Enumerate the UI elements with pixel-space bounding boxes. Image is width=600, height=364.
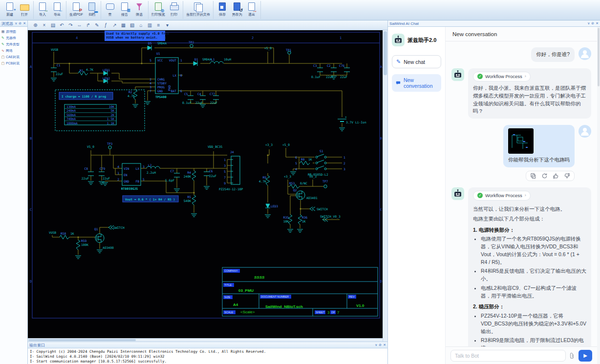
pin-icon[interactable]: ⊘ (591, 21, 594, 26)
edit-icon[interactable]: ✎ (93, 21, 101, 29)
tree-item-元器件[interactable]: ✎元器件 (0, 35, 27, 41)
collapse-icon[interactable]: ∨ (375, 343, 377, 347)
schematic-label: +5_0 (282, 143, 290, 147)
save-icon[interactable]: ▤ (49, 21, 57, 29)
chat-input[interactable] (450, 350, 566, 362)
user-avatar (579, 125, 591, 138)
schematic-label: PROG (157, 85, 165, 89)
window-icon[interactable]: ▧ (129, 21, 136, 29)
thumbs-up-icon[interactable] (553, 173, 559, 179)
toolbar-button-folder[interactable]: 打开 (17, 1, 32, 19)
more-icon[interactable]: ▾ (164, 21, 171, 29)
schematic-label: VOUT (169, 59, 176, 62)
toolbar-button-label: 当前打开的文件 (186, 12, 210, 17)
toolbar-button-import[interactable]: 导入 (35, 1, 50, 19)
schematic-label: R53 (289, 182, 295, 185)
toolbar-button-preview[interactable]: 打印预览 (150, 1, 167, 19)
schematic-label: 1 (340, 36, 342, 40)
copy-icon[interactable] (530, 173, 536, 179)
conversation-list-item[interactable]: New conversation (392, 74, 441, 92)
toolbar-button-files[interactable]: 当前打开的文件 (185, 1, 212, 19)
toolbar-button-pdf[interactable]: 生成PDF (68, 1, 85, 19)
schematic-label: 4 (150, 81, 151, 85)
pin-icon[interactable]: ⊘ (379, 343, 382, 347)
toolbar-groups: 新建打开导入导出生成PDF归档查报告筛选打印预览打印当前打开的文件保存另存为退出 (0, 0, 262, 20)
close-icon[interactable]: ✕ (596, 21, 599, 26)
thumbs-down-icon[interactable] (564, 173, 570, 179)
undo-icon[interactable]: ↶ (58, 21, 65, 29)
schematic-label: 1 (117, 171, 119, 175)
close-icon[interactable]: ✕ (383, 343, 386, 347)
schematic-label: 22uF (56, 72, 63, 76)
schematic-label: C7 (170, 169, 174, 173)
schematic-label: LED2 (103, 77, 110, 80)
grid-icon[interactable]: ▥ (146, 21, 153, 29)
schematic-label: 2 (252, 36, 254, 40)
zoom-icon[interactable]: ⊕ (32, 21, 39, 29)
fit-view-icon[interactable]: ⇔ (76, 21, 83, 29)
schematic-label: L1 (211, 58, 215, 61)
schematic-label: 22uF (326, 75, 333, 79)
printer-icon (169, 2, 179, 12)
probe-icon[interactable]: ↗ (111, 21, 118, 29)
toolbar-button-archive[interactable]: 归档 (85, 1, 99, 19)
route-icon[interactable]: ↱ (85, 21, 92, 29)
schematic-canvas[interactable]: Used to directly supply +5.0 fromVUSB wh… (28, 30, 383, 338)
schematic-label: R4 (187, 171, 191, 174)
schematic-label: GND (124, 180, 129, 183)
export-icon (52, 2, 63, 12)
schematic-hscrollbar[interactable] (28, 338, 383, 342)
chat-scrollbar[interactable] (597, 27, 600, 364)
list-icon[interactable]: ≡ (155, 21, 162, 29)
schematic-thumbnail[interactable] (508, 128, 534, 154)
workflow-process-toggle[interactable]: ✓ Workflow Process › (473, 191, 531, 201)
toolbar-button-funnel[interactable]: 筛选 (132, 1, 147, 19)
tree-item-元件类型[interactable]: ✎元件类型 (0, 41, 27, 47)
schematic-label: C (380, 208, 382, 212)
toolbar-button-report[interactable]: 报告 (117, 1, 132, 19)
console-log: I- Copyright (c) 2004-2024 Chengdu Paizi… (28, 348, 387, 364)
toolbar-button-label: 筛选 (136, 12, 143, 17)
project-browser-header: 浏览器 ∨ ⊘ ✕ (0, 20, 27, 27)
schematic-vscrollbar[interactable] (383, 30, 387, 342)
new-chat-button[interactable]: ✎ New chat (392, 55, 441, 68)
user-message-with-image: 你能帮我分析下这个电路吗 (451, 125, 591, 167)
toolbar-button-export[interactable]: 导出 (50, 1, 64, 19)
analysis-bullet-list: PZ254V-12-10P是一个稳压器，它将VDD_BCS3的电压转换为稳定的+… (481, 312, 586, 346)
schematic-label: BAT (171, 89, 177, 93)
schematic-label: TPS400 (155, 95, 167, 99)
close-icon[interactable]: × (41, 21, 48, 29)
charge-current-table: 130mA10K240mA5K560mA2K740mA1.5K1000mA1.1… (66, 105, 114, 125)
conversation-title: New conversation (446, 27, 597, 41)
sheet-icon[interactable]: ▦ (120, 21, 127, 29)
collapse-icon[interactable]: ∨ (587, 21, 590, 26)
attach-icon[interactable] (569, 352, 576, 359)
analysis-bullet: R4和R5是反馈电阻，它们决定了输出电压的大小。 (481, 267, 586, 283)
workflow-process-toggle[interactable]: ✓ Workflow Process › (473, 72, 531, 81)
schematic-drawing: Used to directly supply +5.0 fromVUSB wh… (28, 30, 383, 338)
check-icon: ✓ (477, 74, 483, 79)
assistant-avatar (451, 187, 464, 200)
home-icon[interactable]: ⌂ (137, 21, 145, 29)
schematic-label: C77 (210, 92, 215, 96)
tree-item-CAE封装[interactable]: ▢CAE封装 (0, 54, 27, 60)
tree-item-网络[interactable]: ∿网络 (0, 47, 27, 54)
toolbar-button-bubble[interactable]: 查 (103, 1, 117, 19)
function-icon[interactable]: ƒ (102, 21, 109, 29)
schematic-window: ⊕×▤↶↷⇔↱✎ƒ↗▦▧⌂▥≡▾ (28, 20, 387, 342)
regenerate-icon[interactable] (541, 173, 548, 179)
toolbar-button-printer[interactable]: 打印 (167, 1, 181, 19)
send-button[interactable]: ▶ (579, 350, 592, 362)
toolbar-button-doc[interactable]: 新建 (2, 1, 17, 19)
toolbar-button-exit[interactable]: 退出 (244, 1, 259, 19)
toolbar-button-save[interactable]: 保存 (215, 1, 230, 19)
check-icon: ✓ (477, 193, 483, 198)
pin-icon[interactable]: ⊘ (19, 21, 21, 26)
toolbar-button-saveas[interactable]: 另存为 (230, 1, 244, 19)
tree-item-原理图[interactable]: ▦原理图 (0, 28, 27, 35)
collapse-icon[interactable]: ∨ (15, 21, 17, 26)
schematic-label: SCALE: (224, 311, 234, 314)
close-icon[interactable]: ✕ (23, 21, 26, 26)
redo-icon[interactable]: ↷ (67, 21, 74, 29)
tree-item-PCB封装[interactable]: ▢PCB封装 (0, 60, 27, 66)
